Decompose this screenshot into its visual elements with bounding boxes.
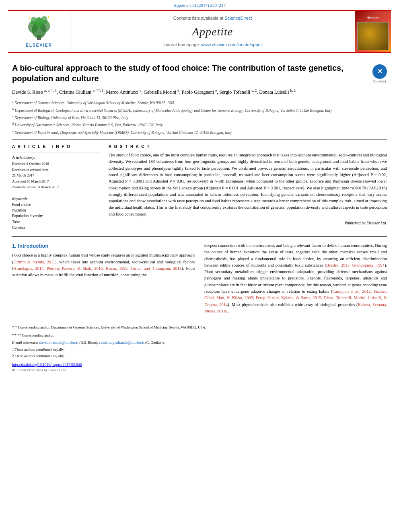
abstract-paragraph: The study of food choice, one of the mos… [109,152,387,218]
keyword-food-choice: Food choice [12,202,101,207]
available-date: Available online 31 March 2017 [12,184,101,190]
ref-breslin[interactable]: Breslin, 2013; Glendinning, 1994 [326,263,385,267]
keyword-population-diversity: Population diversity [12,214,101,219]
contents-available-line: Contents lists available at ScienceDirec… [173,15,252,21]
elsevier-tree-icon: ✦ ✦ ✦ ✦ [21,15,57,41]
journal-header: ✦ ✦ ✦ ✦ ELSEVIER Contents lists availabl… [8,10,391,53]
main-content: ✕ CrossMark A bio-cultural approach to t… [0,53,399,377]
doi-line: http://dx.doi.org/10.1016/j.appet.2017.0… [12,362,387,368]
crossmark-icon: ✕ [372,64,387,79]
abstract-text: The study of food choice, one of the mos… [109,152,387,226]
author-paolo: Paolo Garagnani [182,89,214,95]
elsevier-wordmark: ELSEVIER [26,43,52,48]
affiliations-block: a Department of Genome Sciences, Univers… [12,99,387,136]
svg-text:✦: ✦ [47,15,50,19]
journal-name: Appetite [192,24,233,39]
appetite-cover-image: Appetite [355,11,391,52]
cover-title: Appetite [367,15,379,20]
elsevier-logo-area: ✦ ✦ ✦ ✦ ELSEVIER [8,11,70,52]
article-title-section: ✕ CrossMark A bio-cultural approach to t… [12,63,387,84]
affiliation-c: c Department of Biology, University of P… [12,114,387,121]
ref-grimm[interactable]: Grimm & Steinle, 2011 [14,260,56,264]
ref-kabera[interactable]: Kabera, Semana, Mussa, & He, [204,302,387,313]
top-citation-bar: Appetite 114 (2017) 240–247 [0,0,399,10]
author-davide: Davide S. Risso [12,89,43,95]
affiliation-d: d University of Gastronomic Sciences, Pi… [12,121,387,128]
journal-homepage-link[interactable]: www.elsevier.com/locate/appet [201,42,261,47]
section-divider [12,236,387,237]
footnote-1: 1 These authors contributed equally. [12,347,387,353]
author-sergio: Sergio Tofanelli [219,89,250,95]
article-history-label: Article history: [12,155,101,161]
crossmark-badge: ✕ CrossMark [372,64,387,84]
published-by: Published by Elsevier Ltd. [109,220,387,226]
intro-paragraph-1: Food choice is a highly complex human tr… [12,252,195,278]
abstract-label: A B S T R A C T [109,144,387,150]
article-title: A bio-cultural approach to the study of … [12,63,387,84]
svg-text:✦: ✦ [25,23,27,25]
introduction-heading: 1. Introduction [12,242,195,250]
keywords-block: Keywords: Food choice Nutrition Populati… [12,194,101,230]
email-risso-link[interactable]: davide.risso2@unibo.it [39,340,78,345]
article-info-col: A R T I C L E I N F O Article history: R… [12,144,101,231]
keyword-genetics: Genetics [12,225,101,230]
sciencedirect-link[interactable]: ScienceDirect [224,16,252,21]
author-gabriella: Gabriella Morini [144,89,176,95]
footnote-corresponding-1: * * Corresponding author. Department of … [12,324,387,331]
footnote-emails: E-mail addresses: davide.risso2@unibo.it… [12,339,387,346]
footnotes-area: * * Corresponding author. Department of … [12,321,387,359]
journal-center-panel: Contents lists available at ScienceDirec… [70,11,355,52]
introduction-section: 1. Introduction Food choice is a highly … [12,242,387,317]
doi-link[interactable]: http://dx.doi.org/10.1016/j.appet.2017.0… [12,363,82,367]
article-info-label: A R T I C L E I N F O [12,144,101,150]
footnote-corresponding-2: ** ** Corresponding author. [12,332,387,339]
homepage-line: journal homepage: www.elsevier.com/locat… [163,42,262,48]
affiliation-a: a Department of Genome Sciences, Univers… [12,99,387,106]
journal-cover-right: Appetite [355,11,391,52]
intro-right-col: deepest connection with the environment,… [204,242,387,317]
revised-date: Received in revised form23 March 2017 [12,167,101,179]
svg-point-6 [41,16,47,24]
author-donata: Donata Luiselli [259,89,289,95]
divider-1 [12,140,387,140]
ref-armelagos[interactable]: Armelagos, 2014; Pieroni, Pawera, & Shah… [14,266,182,271]
citation-text: Appetite 114 (2017) 240–247 [173,3,226,8]
intro-left-col: 1. Introduction Food choice is a highly … [12,242,195,317]
keyword-nutrition: Nutrition [12,208,101,213]
keywords-divider [12,194,101,194]
svg-text:✦: ✦ [49,22,51,24]
article-history-block: Article history: Received 4 October 2016… [12,155,101,190]
author-cristina: Cristina Giuliani [59,89,91,95]
email-giuliani-link[interactable]: cristina.giuliani2@unibo.it [99,340,144,345]
affiliation-b: b Department of Biological, Geological a… [12,107,387,113]
affiliation-e: e Department of Experimental, Diagnostic… [12,129,387,136]
svg-point-5 [31,17,37,25]
accepted-date: Accepted 30 March 2017 [12,179,101,184]
footnote-2: 2 These authors contributed equally. [12,353,387,359]
keyword-taste: Taste [12,220,101,225]
received-date: Received 4 October 2016 [12,161,101,166]
keywords-label: Keywords: [12,197,101,202]
elsevier-logo: ✦ ✦ ✦ ✦ ELSEVIER [21,15,57,48]
info-divider [12,152,101,152]
cover-photo [357,22,389,50]
abstract-col: A B S T R A C T The study of food choice… [109,144,387,231]
author-marco: Marco Antinucci [106,89,138,95]
authors-line: Davide S. Risso a, b, *, 1, Cristina Giu… [12,88,387,96]
info-abstract-section: A R T I C L E I N F O Article history: R… [12,144,387,231]
issn-line: 0195-6663/Published by Elsevier Ltd. [12,368,387,373]
svg-text:✦: ✦ [28,16,31,20]
intro-paragraph-2: deepest connection with the environment,… [204,242,387,314]
keywords-list: Food choice Nutrition Population diversi… [12,202,101,230]
